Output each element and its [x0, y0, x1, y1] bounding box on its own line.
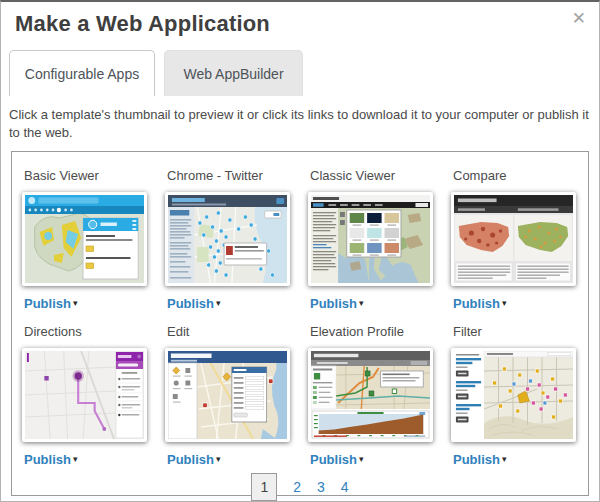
description-text: Click a template's thumbnail to preview … [9, 106, 589, 142]
classic-viewer-thumbnail[interactable] [308, 192, 433, 286]
publish-dropdown-compare[interactable]: Publish▾ [453, 294, 582, 312]
template-card-compare: Compare [443, 156, 586, 312]
tab-bar: Configurable Apps Web AppBuilder [9, 50, 599, 96]
template-title-basic-viewer: Basic Viewer [24, 168, 153, 183]
filter-thumbnail-image [454, 351, 573, 439]
caret-down-icon: ▾ [359, 454, 364, 464]
filter-thumbnail[interactable] [451, 348, 576, 442]
publish-label: Publish [310, 296, 357, 311]
template-card-elevation-profile: Elevation Profile [300, 312, 443, 468]
template-card-basic-viewer: Basic Viewer [14, 156, 157, 312]
publish-dropdown-directions[interactable]: Publish▾ [24, 450, 153, 468]
page-1-current[interactable]: 1 [251, 473, 277, 501]
template-gallery: Basic Viewer [11, 151, 589, 496]
publish-dropdown-basic-viewer[interactable]: Publish▾ [24, 294, 153, 312]
compare-thumbnail[interactable] [451, 192, 576, 286]
classic-viewer-thumbnail-image [311, 195, 430, 283]
basic-viewer-thumbnail[interactable] [22, 192, 147, 286]
publish-label: Publish [167, 296, 214, 311]
edit-thumbnail-image [168, 351, 287, 439]
publish-label: Publish [24, 296, 71, 311]
close-icon[interactable]: ✕ [572, 10, 586, 27]
page-4-link[interactable]: 4 [341, 479, 349, 495]
template-title-edit: Edit [167, 324, 296, 339]
chrome-twitter-thumbnail-image [168, 195, 287, 283]
caret-down-icon: ▾ [73, 454, 78, 464]
caret-down-icon: ▾ [502, 298, 507, 308]
template-title-filter: Filter [453, 324, 582, 339]
caret-down-icon: ▾ [216, 454, 221, 464]
publish-dropdown-elevation-profile[interactable]: Publish▾ [310, 450, 439, 468]
publish-dropdown-chrome-twitter[interactable]: Publish▾ [167, 294, 296, 312]
template-title-elevation-profile: Elevation Profile [310, 324, 439, 339]
template-card-filter: Filter [443, 312, 586, 468]
directions-thumbnail[interactable] [22, 348, 147, 442]
template-card-chrome-twitter: Chrome - Twitter [157, 156, 300, 312]
caret-down-icon: ▾ [502, 454, 507, 464]
tab-web-appbuilder[interactable]: Web AppBuilder [164, 50, 303, 96]
chrome-twitter-thumbnail[interactable] [165, 192, 290, 286]
basic-viewer-thumbnail-image [25, 195, 144, 283]
template-title-directions: Directions [24, 324, 153, 339]
caret-down-icon: ▾ [216, 298, 221, 308]
page-title: Make a Web Application [15, 11, 599, 37]
publish-dropdown-edit[interactable]: Publish▾ [167, 450, 296, 468]
elevation-profile-thumbnail[interactable] [308, 348, 433, 442]
page-2-link[interactable]: 2 [293, 479, 301, 495]
directions-thumbnail-image [25, 351, 144, 439]
template-grid: Basic Viewer [14, 156, 586, 468]
publish-label: Publish [453, 452, 500, 467]
elevation-profile-thumbnail-image [311, 351, 430, 439]
publish-label: Publish [310, 452, 357, 467]
template-title-compare: Compare [453, 168, 582, 183]
template-card-edit: Edit [157, 312, 300, 468]
publish-dropdown-filter[interactable]: Publish▾ [453, 450, 582, 468]
publish-label: Publish [167, 452, 214, 467]
pagination: 1 2 3 4 [14, 473, 586, 501]
edit-thumbnail[interactable] [165, 348, 290, 442]
caret-down-icon: ▾ [359, 298, 364, 308]
template-title-chrome-twitter: Chrome - Twitter [167, 168, 296, 183]
tab-configurable-apps[interactable]: Configurable Apps [9, 50, 155, 96]
caret-down-icon: ▾ [73, 298, 78, 308]
compare-thumbnail-image [454, 195, 573, 283]
publish-label: Publish [24, 452, 71, 467]
publish-dropdown-classic-viewer[interactable]: Publish▾ [310, 294, 439, 312]
template-title-classic-viewer: Classic Viewer [310, 168, 439, 183]
page-3-link[interactable]: 3 [317, 479, 325, 495]
template-card-classic-viewer: Classic Viewer [300, 156, 443, 312]
template-card-directions: Directions [14, 312, 157, 468]
make-web-application-dialog: { "dialog": { "title": "Make a Web Appli… [0, 0, 600, 502]
publish-label: Publish [453, 296, 500, 311]
